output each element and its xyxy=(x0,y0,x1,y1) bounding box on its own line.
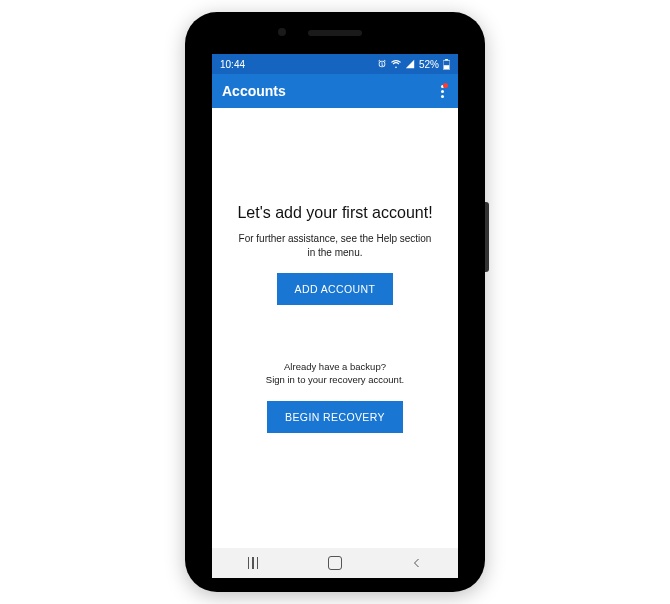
home-icon xyxy=(328,556,342,570)
device-camera xyxy=(278,28,286,36)
device-side-button xyxy=(485,202,489,272)
overflow-menu-button[interactable] xyxy=(437,81,448,102)
nav-back-button[interactable] xyxy=(376,557,457,569)
back-icon xyxy=(411,557,423,569)
notification-badge-icon xyxy=(443,83,448,88)
app-bar: Accounts xyxy=(212,74,458,108)
help-text: For further assistance, see the Help sec… xyxy=(239,232,432,259)
page-title: Accounts xyxy=(222,83,286,99)
add-account-button[interactable]: ADD ACCOUNT xyxy=(277,273,394,305)
nav-bar xyxy=(212,548,458,578)
app-viewport: 10:44 52% xyxy=(212,54,458,578)
status-bar: 10:44 52% xyxy=(212,54,458,74)
phone-frame: 10:44 52% xyxy=(185,12,485,592)
svg-rect-2 xyxy=(444,65,450,69)
nav-recents-button[interactable] xyxy=(212,557,293,569)
headline: Let's add your first account! xyxy=(237,204,432,222)
status-time: 10:44 xyxy=(220,59,245,70)
recents-icon xyxy=(248,557,259,569)
device-screen: 10:44 52% xyxy=(199,54,471,578)
wifi-icon xyxy=(391,59,401,69)
begin-recovery-button[interactable]: BEGIN RECOVERY xyxy=(267,401,403,433)
device-speaker xyxy=(308,30,362,36)
main-content: Let's add your first account! For furthe… xyxy=(212,108,458,548)
alarm-icon xyxy=(377,59,387,69)
signal-icon xyxy=(405,59,415,69)
nav-home-button[interactable] xyxy=(294,556,375,570)
battery-icon xyxy=(443,59,450,70)
recovery-text: Already have a backup? Sign in to your r… xyxy=(266,361,404,387)
battery-text: 52% xyxy=(419,59,439,70)
